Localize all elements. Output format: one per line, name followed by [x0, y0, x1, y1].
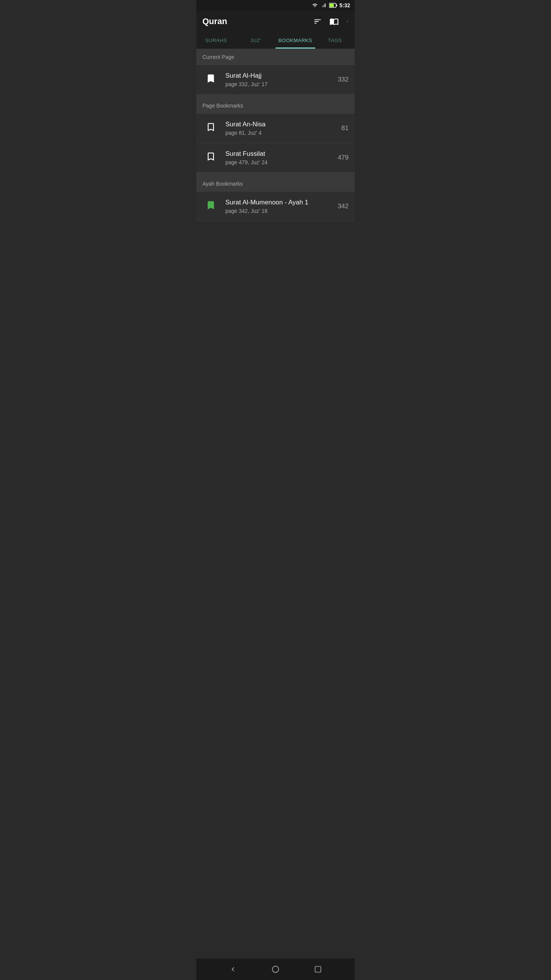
bookmark-icon-container [202, 120, 219, 137]
bookmark-info: Surat Al-Mumenoon - Ayah 1 page 342, Juz… [225, 199, 333, 214]
more-options-icon[interactable] [346, 17, 349, 26]
bookmark-info: Surat Fussilat page 479, Juz' 24 [225, 150, 333, 165]
home-button[interactable] [266, 960, 285, 978]
bottom-nav [196, 959, 355, 980]
bookmark-page-number: 81 [341, 124, 349, 132]
list-item[interactable]: Surat Fussilat page 479, Juz' 24 479 [196, 143, 355, 173]
tabs-container: SURAHS JUZ' BOOKMARKS TAGS [196, 32, 355, 49]
bookmark-title: Surat An-Nisa [225, 121, 337, 128]
bookmark-outline-icon [205, 121, 216, 136]
app-bar-actions [313, 17, 349, 26]
recent-apps-button[interactable] [309, 960, 327, 978]
bookmark-subtitle: page 81, Juz' 4 [225, 130, 337, 136]
bookmark-title: Surat Fussilat [225, 150, 333, 158]
section-divider [196, 173, 355, 176]
status-bar: 5:32 [196, 0, 355, 11]
tab-tags[interactable]: TAGS [315, 32, 355, 49]
svg-rect-1 [336, 5, 337, 7]
list-item[interactable]: Surat Al-Mumenoon - Ayah 1 page 342, Juz… [196, 192, 355, 221]
current-page-label: Current Page [202, 54, 234, 60]
svg-point-6 [272, 966, 279, 973]
bookmark-outline-icon [205, 150, 216, 165]
svg-rect-2 [329, 4, 334, 7]
bookmark-title: Surat Al-Hajj [225, 72, 333, 80]
tab-juz[interactable]: JUZ' [236, 32, 276, 49]
tab-bookmarks[interactable]: BOOKMARKS [276, 32, 315, 49]
svg-rect-7 [315, 967, 321, 972]
bookmark-info: Surat Al-Hajj page 332, Juz' 17 [225, 72, 333, 87]
bookmark-page-number: 342 [338, 203, 349, 210]
battery-icon [329, 3, 337, 8]
ayah-bookmarks-header: Ayah Bookmarks [196, 176, 355, 192]
app-title: Quran [202, 16, 227, 26]
status-icons: 5:32 [311, 2, 350, 8]
bookmark-subtitle: page 479, Juz' 24 [225, 159, 333, 165]
list-item[interactable]: Surat Al-Hajj page 332, Juz' 17 332 [196, 65, 355, 95]
svg-point-4 [347, 21, 348, 22]
page-bookmarks-label: Page Bookmarks [202, 103, 243, 109]
book-icon[interactable] [329, 17, 339, 26]
bookmark-title: Surat Al-Mumenoon - Ayah 1 [225, 199, 333, 206]
app-bar: Quran [196, 11, 355, 32]
bookmark-page-number: 479 [338, 154, 349, 162]
bookmark-icon-container [202, 149, 219, 166]
bookmark-page-number: 332 [338, 76, 349, 83]
back-button[interactable] [224, 960, 242, 978]
bookmark-icon-container [202, 71, 219, 88]
current-page-header: Current Page [196, 49, 355, 65]
tab-surahs[interactable]: SURAHS [196, 32, 236, 49]
bookmark-subtitle: page 332, Juz' 17 [225, 81, 333, 87]
bookmark-filled-icon [205, 72, 216, 87]
svg-point-5 [347, 22, 348, 22]
page-bookmarks-header: Page Bookmarks [196, 98, 355, 114]
content-area: Current Page Surat Al-Hajj page 332, Juz… [196, 49, 355, 959]
bookmark-green-icon [205, 199, 216, 214]
wifi-icon [311, 3, 318, 8]
bookmark-icon-container [202, 198, 219, 215]
bookmark-info: Surat An-Nisa page 81, Juz' 4 [225, 121, 337, 136]
bookmark-subtitle: page 342, Juz' 18 [225, 208, 333, 214]
section-divider [196, 95, 355, 98]
signal-icon [320, 3, 327, 8]
list-item[interactable]: Surat An-Nisa page 81, Juz' 4 81 [196, 114, 355, 143]
filter-icon[interactable] [313, 17, 322, 26]
ayah-bookmarks-label: Ayah Bookmarks [202, 181, 243, 187]
status-time: 5:32 [339, 2, 350, 8]
svg-point-3 [347, 21, 348, 21]
